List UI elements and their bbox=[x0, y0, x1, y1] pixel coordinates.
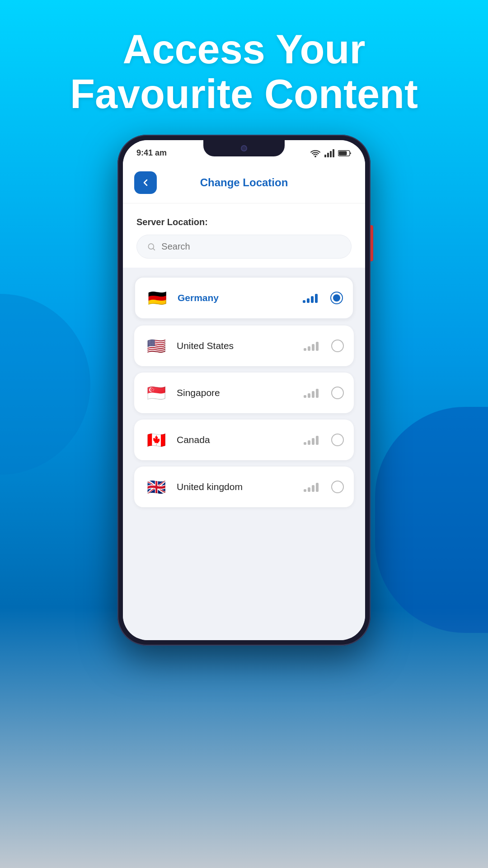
wave-decoration-left bbox=[0, 294, 90, 475]
front-camera bbox=[241, 145, 247, 151]
country-name-canada: Canada bbox=[177, 434, 296, 445]
svg-rect-3 bbox=[333, 149, 334, 157]
phone-frame: 9:41 am bbox=[117, 135, 371, 646]
signal-bars-ca bbox=[304, 435, 319, 445]
svg-rect-5 bbox=[339, 151, 347, 155]
top-nav: Change Location bbox=[123, 162, 365, 203]
country-name-singapore: Singapore bbox=[177, 387, 296, 398]
svg-rect-2 bbox=[330, 151, 332, 157]
flag-sg: 🇸🇬 bbox=[144, 381, 169, 405]
hero-section: Access Your Favourite Content bbox=[70, 27, 418, 117]
hero-line1: Access Your bbox=[123, 27, 366, 72]
hero-line2: Favourite Content bbox=[70, 71, 418, 117]
phone-screen: 9:41 am bbox=[123, 140, 365, 640]
flag-germany: 🇩🇪 bbox=[145, 286, 169, 310]
country-name-germany: Germany bbox=[178, 292, 295, 303]
server-label: Server Location: bbox=[136, 217, 352, 227]
list-item[interactable]: 🇺🇸 United States bbox=[134, 326, 354, 366]
phone-notch bbox=[203, 140, 285, 156]
country-name-us: United States bbox=[177, 340, 296, 351]
status-icons bbox=[310, 149, 352, 157]
signal-bars-gb bbox=[304, 482, 319, 492]
signal-bars-us bbox=[304, 341, 319, 351]
nav-title: Change Location bbox=[157, 176, 331, 189]
signal-bars-germany bbox=[303, 293, 318, 303]
flag-ca: 🇨🇦 bbox=[144, 428, 169, 452]
wifi-icon bbox=[310, 149, 321, 157]
list-item[interactable]: 🇸🇬 Singapore bbox=[134, 373, 354, 413]
svg-rect-1 bbox=[327, 153, 329, 157]
wave-decoration-right bbox=[375, 407, 488, 633]
flag-gb: 🇬🇧 bbox=[144, 475, 169, 499]
app-content: Server Location: 🇩🇪 Germany bbox=[123, 203, 365, 640]
radio-gb[interactable] bbox=[331, 481, 344, 493]
signal-bars-sg bbox=[304, 388, 319, 398]
list-item[interactable]: 🇬🇧 United kingdom bbox=[134, 467, 354, 507]
cellular-icon bbox=[324, 149, 334, 157]
country-name-uk: United kingdom bbox=[177, 481, 296, 492]
status-time: 9:41 am bbox=[136, 148, 167, 158]
radio-us[interactable] bbox=[331, 340, 344, 352]
radio-sg[interactable] bbox=[331, 387, 344, 399]
search-bar[interactable] bbox=[136, 235, 352, 259]
search-input[interactable] bbox=[161, 241, 341, 252]
country-list: 🇩🇪 Germany 🇺🇸 United States bbox=[123, 268, 365, 516]
svg-rect-0 bbox=[324, 155, 326, 157]
radio-germany[interactable] bbox=[330, 292, 343, 304]
search-icon bbox=[147, 242, 156, 252]
battery-icon bbox=[338, 150, 352, 157]
server-section: Server Location: bbox=[123, 203, 365, 268]
side-button bbox=[371, 225, 373, 261]
list-item[interactable]: 🇩🇪 Germany bbox=[134, 277, 354, 319]
flag-us: 🇺🇸 bbox=[144, 334, 169, 358]
radio-ca[interactable] bbox=[331, 434, 344, 446]
back-button[interactable] bbox=[134, 171, 157, 194]
list-item[interactable]: 🇨🇦 Canada bbox=[134, 420, 354, 460]
